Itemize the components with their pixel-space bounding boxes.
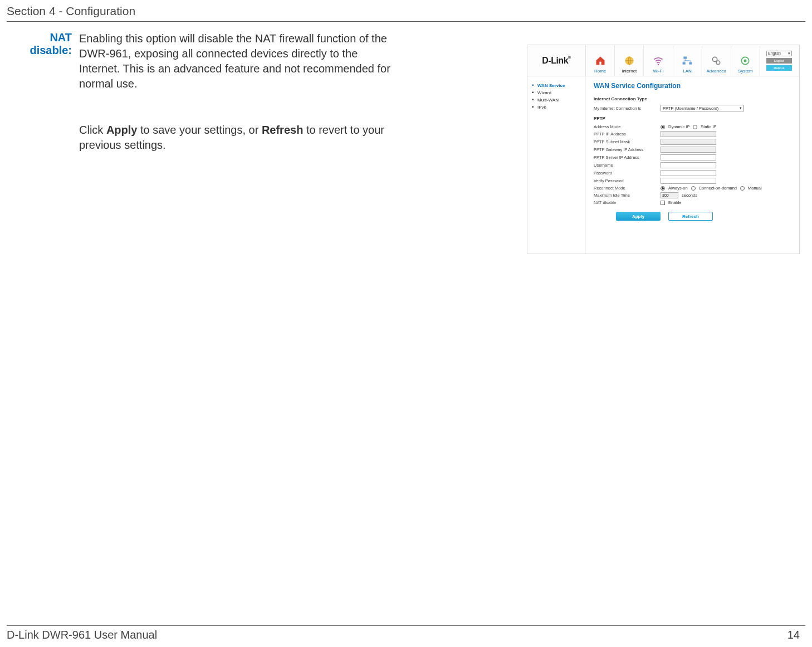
page-title: WAN Service Configuration	[594, 82, 791, 90]
sidebar-item-wan-service[interactable]: WAN Service	[532, 82, 581, 89]
sidebar-item-ipv6[interactable]: IPv6	[532, 104, 581, 111]
label-nat-disable: NAT disable	[594, 200, 661, 205]
globe-icon	[623, 55, 635, 67]
reboot-button[interactable]: Reboot	[766, 65, 792, 71]
nav-label: LAN	[683, 69, 692, 74]
label-my-internet-connection: My Internet Connection is	[594, 106, 661, 111]
label-reconnect-mode: Reconnect Mode	[594, 186, 661, 191]
sidebar-item-wizard[interactable]: Wizard	[532, 89, 581, 96]
checkbox-nat-disable[interactable]	[661, 201, 665, 205]
router-ui-screenshot: D-Link® Home Internet Wi-Fi LAN Advanced	[527, 45, 800, 254]
svg-rect-3	[683, 57, 687, 59]
section-pptp: PPTP	[594, 116, 791, 121]
dlink-logo-text: D-Link®	[542, 56, 570, 66]
label-address-mode: Address Mode	[594, 124, 661, 129]
input-password[interactable]	[661, 170, 716, 176]
label-password: Password	[594, 171, 661, 176]
label-seconds: seconds	[682, 193, 697, 198]
nav-label: Internet	[622, 69, 637, 74]
label-verify-password: Verify Password	[594, 178, 661, 183]
connection-type-select[interactable]: PPTP (Username / Password)▾	[661, 105, 744, 111]
chevron-down-icon: ▾	[740, 106, 742, 110]
label-username: Username	[594, 163, 661, 168]
apply-button[interactable]: Apply	[616, 212, 661, 221]
lang-and-actions: English▾ Logout Reboot	[760, 45, 799, 76]
radio-dynamic-ip[interactable]	[661, 125, 665, 129]
home-icon	[594, 55, 606, 67]
system-icon	[739, 55, 751, 67]
radio-static-ip[interactable]	[693, 125, 697, 129]
nav-internet[interactable]: Internet	[615, 45, 644, 76]
doc-body: NAT disable: Enabling this option will d…	[11, 31, 401, 153]
label-pptp-ip: PPTP IP Address	[594, 132, 661, 137]
field-desc-nat-disable: Enabling this option will disable the NA…	[79, 31, 401, 91]
header-rule	[7, 21, 805, 22]
svg-rect-5	[689, 62, 692, 65]
svg-rect-4	[683, 62, 686, 65]
main-nav: Home Internet Wi-Fi LAN Advanced System	[586, 45, 760, 76]
apply-refresh-paragraph: Click Apply to save your settings, or Re…	[79, 123, 401, 153]
nav-label: Home	[594, 69, 606, 74]
nav-advanced[interactable]: Advanced	[702, 45, 731, 76]
svg-point-9	[744, 60, 747, 62]
language-value: English	[768, 51, 781, 55]
nav-label: System	[738, 69, 753, 74]
language-select[interactable]: English▾	[766, 51, 792, 56]
chevron-down-icon: ▾	[788, 51, 790, 56]
label-static-ip: Static IP	[701, 124, 716, 129]
wifi-icon	[652, 55, 664, 67]
label-manual: Manual	[748, 186, 762, 191]
lan-icon	[681, 55, 693, 67]
svg-point-7	[716, 61, 720, 65]
connection-type-value: PPTP (Username / Password)	[663, 106, 718, 111]
nav-label: Wi-Fi	[653, 69, 664, 74]
label-dynamic-ip: Dynamic IP	[668, 124, 689, 129]
nav-label: Advanced	[706, 69, 726, 74]
top-bar: D-Link® Home Internet Wi-Fi LAN Advanced	[527, 45, 799, 76]
footer-manual-title: D-Link DWR-961 User Manual	[7, 629, 157, 641]
section-header: Section 4 - Configuration	[7, 4, 135, 18]
svg-rect-0	[599, 62, 601, 65]
bold-apply: Apply	[106, 124, 138, 136]
label-always-on: Always-on	[668, 186, 688, 191]
input-username[interactable]	[661, 162, 716, 168]
nav-home[interactable]: Home	[586, 45, 615, 76]
footer-rule	[7, 625, 805, 626]
label-pptp-subnet: PPTP Subnet Mask	[594, 139, 661, 144]
shot-body: WAN Service Wizard Multi-WAN IPv6 WAN Se…	[527, 76, 799, 254]
label-pptp-server: PPTP Server IP Address	[594, 155, 661, 160]
refresh-button[interactable]: Refresh	[668, 212, 713, 221]
bold-refresh: Refresh	[262, 124, 303, 136]
label-enable: Enable	[668, 200, 681, 205]
label-connect-on-demand: Connect-on-demand	[699, 186, 737, 191]
text-fragment: to save your settings, or	[137, 124, 261, 136]
input-pptp-server[interactable]	[661, 154, 716, 160]
sidebar-item-multi-wan[interactable]: Multi-WAN	[532, 96, 581, 104]
svg-point-2	[658, 64, 659, 65]
brand-logo: D-Link®	[527, 45, 586, 76]
nav-wifi[interactable]: Wi-Fi	[644, 45, 673, 76]
field-label-nat-disable: NAT disable:	[11, 31, 75, 57]
text-fragment: Click	[79, 124, 106, 136]
nav-system[interactable]: System	[731, 45, 760, 76]
footer-page-number: 14	[787, 629, 800, 641]
input-pptp-gateway[interactable]	[661, 147, 716, 153]
button-row: Apply Refresh	[594, 212, 791, 221]
radio-connect-on-demand[interactable]	[691, 186, 696, 191]
input-max-idle[interactable]: 300	[661, 192, 678, 198]
logout-button[interactable]: Logout	[766, 58, 792, 64]
radio-always-on[interactable]	[661, 186, 665, 191]
sidebar: WAN Service Wizard Multi-WAN IPv6	[527, 76, 586, 254]
nav-lan[interactable]: LAN	[673, 45, 702, 76]
main-panel: WAN Service Configuration Internet Conne…	[586, 76, 799, 254]
radio-manual[interactable]	[740, 186, 745, 191]
input-pptp-ip[interactable]	[661, 131, 716, 137]
gears-icon	[710, 55, 722, 67]
label-max-idle: Maximum Idle Time	[594, 193, 661, 198]
input-verify-password[interactable]	[661, 178, 716, 184]
input-pptp-subnet[interactable]	[661, 139, 716, 145]
section-internet-conn-type: Internet Connection Type	[594, 96, 791, 101]
label-pptp-gateway: PPTP Gateway IP Address	[594, 147, 661, 152]
